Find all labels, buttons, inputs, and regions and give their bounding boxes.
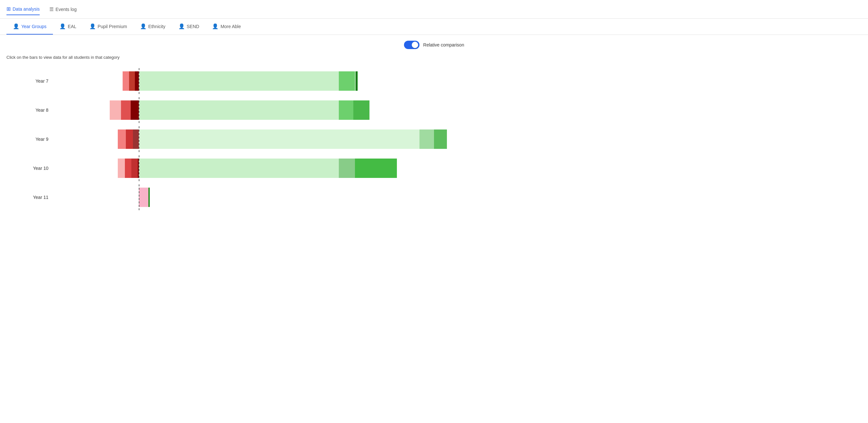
chart-row-year11[interactable]: Year 11 [3, 185, 862, 210]
year8-label: Year 8 [3, 108, 55, 113]
data-analysis-label: Data analysis [12, 6, 40, 11]
toggle-area: Relative comparison [0, 35, 868, 52]
tab-year-groups-label: Year Groups [21, 24, 46, 29]
tab-pupil-premium[interactable]: 👤 Pupil Premium [83, 19, 133, 34]
year9-label: Year 9 [3, 137, 55, 142]
chart-row-year9[interactable]: Year 9 [3, 126, 862, 152]
toggle-track [404, 41, 420, 49]
year10-label: Year 10 [3, 166, 55, 171]
tab-send[interactable]: 👤 SEND [172, 19, 206, 34]
year-groups-icon: 👤 [13, 23, 19, 29]
eal-icon: 👤 [59, 23, 66, 29]
data-analysis-icon: ⊞ [6, 6, 11, 12]
more-able-icon: 👤 [212, 23, 218, 29]
send-icon: 👤 [179, 23, 185, 29]
tab-navigation: 👤 Year Groups 👤 EAL 👤 Pupil Premium 👤 Et… [0, 19, 868, 35]
tab-pupil-premium-label: Pupil Premium [98, 24, 127, 29]
chart-row-year8[interactable]: Year 8 [3, 97, 862, 123]
tab-ethnicity[interactable]: 👤 Ethnicity [133, 19, 172, 34]
tab-more-able-label: More Able [220, 24, 241, 29]
tab-eal[interactable]: 👤 EAL [53, 19, 83, 34]
events-log-label: Events log [56, 7, 76, 12]
pupil-premium-icon: 👤 [89, 23, 96, 29]
instruction-text: Click on the bars to view data for all s… [0, 52, 868, 65]
ethnicity-icon: 👤 [140, 23, 147, 29]
toggle-thumb [412, 41, 418, 48]
tab-ethnicity-label: Ethnicity [149, 24, 165, 29]
events-log-icon: ☰ [50, 6, 54, 12]
events-log-nav[interactable]: ☰ Events log [50, 4, 76, 15]
chart-area: Year 7 Year 8 [0, 65, 868, 220]
data-analysis-nav[interactable]: ⊞ Data analysis [6, 3, 40, 15]
tab-year-groups[interactable]: 👤 Year Groups [6, 19, 53, 34]
top-navigation: ⊞ Data analysis ☰ Events log [0, 0, 868, 19]
chart-row-year7[interactable]: Year 7 [3, 68, 862, 94]
year7-label: Year 7 [3, 79, 55, 84]
toggle-label: Relative comparison [423, 42, 464, 48]
year11-label: Year 11 [3, 195, 55, 200]
tab-more-able[interactable]: 👤 More Able [206, 19, 247, 34]
tab-eal-label: EAL [68, 24, 76, 29]
relative-comparison-toggle[interactable] [404, 41, 420, 49]
chart-row-year10[interactable]: Year 10 [3, 155, 862, 181]
tab-send-label: SEND [187, 24, 199, 29]
